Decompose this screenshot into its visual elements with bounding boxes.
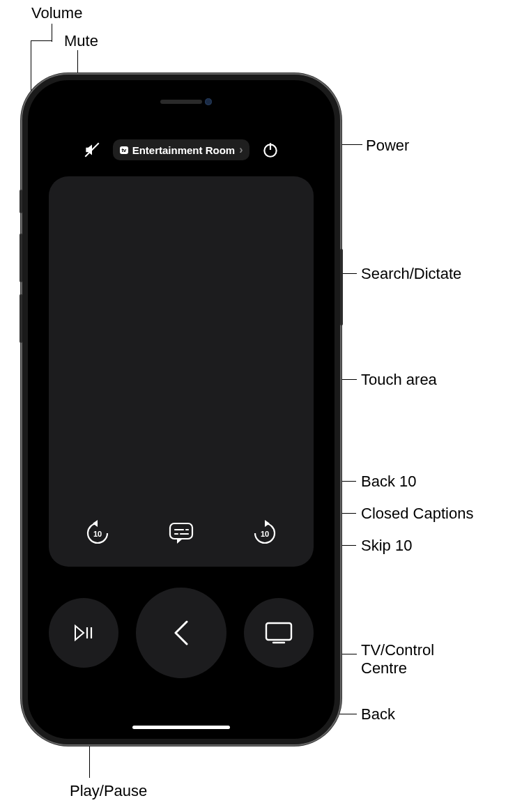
device-name-label: Entertainment Room: [132, 144, 236, 156]
callout-volume: Volume: [31, 4, 82, 22]
callout-skip10: Skip 10: [361, 537, 412, 555]
callout-back: Back: [361, 705, 395, 723]
hw-volume-up: [20, 233, 22, 282]
phone-screen: tv Entertainment Room ›: [31, 83, 332, 736]
back-button[interactable]: [136, 588, 226, 678]
svg-marker-11: [265, 520, 270, 527]
back-10-button[interactable]: 10: [77, 512, 118, 554]
closed-captions-button[interactable]: [160, 512, 202, 554]
hw-silent-switch: [20, 190, 22, 213]
play-pause-button[interactable]: [49, 598, 118, 668]
callout-back10: Back 10: [361, 473, 417, 491]
svg-text:10: 10: [93, 530, 102, 538]
phone-frame: tv Entertainment Room ›: [21, 73, 341, 746]
chevron-right-icon: ›: [239, 144, 243, 156]
mute-icon: [83, 141, 101, 159]
home-indicator: [132, 726, 230, 729]
skip-10-button[interactable]: 10: [244, 512, 286, 554]
back-10-icon: 10: [84, 519, 112, 547]
svg-marker-3: [93, 520, 98, 527]
touchpad-bottom-controls: 10: [49, 512, 314, 554]
callout-touch-area: Touch area: [361, 371, 437, 389]
touch-area[interactable]: 10: [49, 176, 314, 567]
svg-text:10: 10: [261, 530, 269, 538]
chevron-left-icon: [170, 618, 192, 648]
tv-control-centre-button[interactable]: [244, 598, 314, 668]
callout-mute: Mute: [64, 32, 98, 50]
appletv-badge-icon: tv: [120, 146, 128, 154]
hw-side-button: [340, 249, 343, 325]
power-button[interactable]: [259, 139, 282, 161]
callout-tv-control-centre: TV/Control Centre: [361, 641, 434, 677]
device-selector[interactable]: tv Entertainment Room ›: [113, 139, 250, 160]
svg-marker-6: [177, 539, 183, 544]
svg-marker-13: [75, 626, 84, 640]
play-pause-icon: [70, 619, 98, 647]
remote-header-row: tv Entertainment Room ›: [43, 139, 319, 161]
power-icon: [261, 141, 279, 159]
closed-captions-icon: [167, 521, 195, 546]
callout-search-dictate: Search/Dictate: [361, 265, 461, 283]
svg-rect-5: [170, 523, 192, 539]
mute-button[interactable]: [81, 139, 103, 161]
svg-rect-16: [266, 623, 291, 640]
remote-bottom-row: [49, 588, 314, 678]
callout-power: Power: [366, 137, 409, 155]
callout-play-pause: Play/Pause: [70, 782, 147, 800]
skip-10-icon: 10: [251, 519, 279, 547]
callout-cc: Closed Captions: [361, 505, 473, 523]
tv-icon: [263, 620, 294, 645]
hw-volume-down: [20, 294, 22, 343]
